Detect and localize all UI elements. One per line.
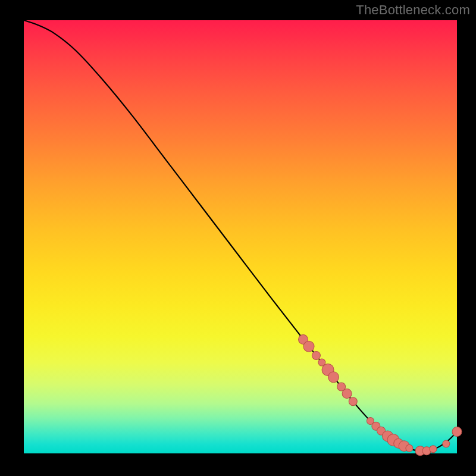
data-marker <box>430 446 437 453</box>
data-marker <box>303 341 314 352</box>
data-marker <box>342 389 352 399</box>
marker-group <box>299 335 462 456</box>
data-marker <box>406 444 413 452</box>
chart-svg <box>24 20 457 453</box>
data-marker <box>443 440 450 447</box>
data-marker <box>349 397 357 406</box>
bottleneck-curve <box>24 20 457 451</box>
chart-stage: TheBottleneck.com <box>0 0 476 476</box>
data-marker <box>312 351 320 359</box>
data-marker <box>328 372 339 383</box>
plot-area <box>24 20 457 453</box>
attribution-label: TheBottleneck.com <box>356 2 470 18</box>
data-marker <box>452 427 462 437</box>
